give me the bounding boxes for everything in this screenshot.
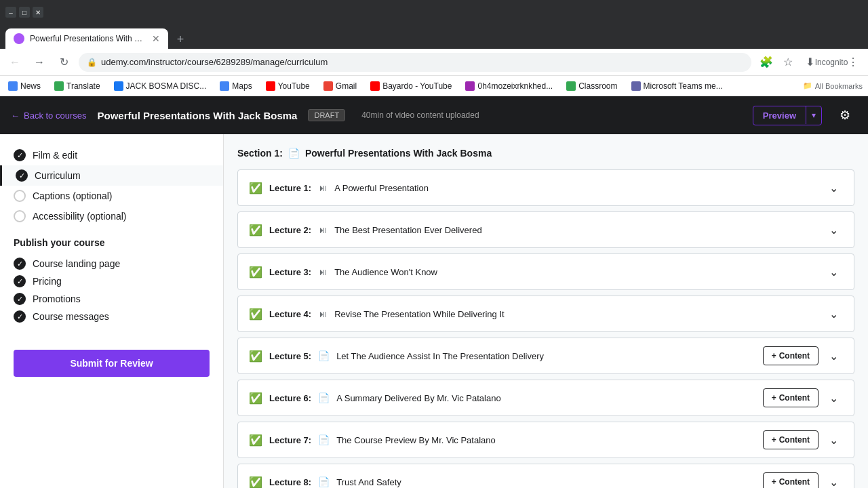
address-bar[interactable]: 🔒 udemy.com/instructor/course/6289289/ma… <box>79 53 751 72</box>
publish-section: Publish your course ✓ Course landing pag… <box>0 226 223 336</box>
publish-item-messages[interactable]: ✓ Course messages <box>14 308 210 325</box>
content-btn-label: Content <box>779 477 810 487</box>
bookmark-bayardo[interactable]: Bayardo - YouTube <box>368 80 454 92</box>
maximize-button[interactable]: □ <box>19 7 30 18</box>
lecture-item-7: ✅ Lecture 7: 📄 The Course Preview By Mr.… <box>237 422 854 458</box>
expand-button[interactable]: ⌄ <box>824 346 843 365</box>
lecture-title: The Course Preview By Mr. Vic Patalano <box>336 435 756 445</box>
preview-button[interactable]: Preview ▾ <box>753 106 822 125</box>
lecture-item-5: ✅ Lecture 5: 📄 Let The Audience Assist I… <box>237 338 854 374</box>
expand-button[interactable]: ⌄ <box>824 220 843 239</box>
section-title: Powerful Presentations With Jack Bosma <box>305 148 492 159</box>
back-to-courses-label: Back to courses <box>24 110 87 121</box>
back-to-courses-link[interactable]: ← Back to courses <box>11 110 87 121</box>
publish-item-promotions[interactable]: ✓ Promotions <box>14 290 210 308</box>
video-icon: ⏯ <box>318 182 328 193</box>
lecture-title: Let The Audience Assist In The Presentat… <box>336 351 756 361</box>
bookmark-label: Translate <box>66 81 100 91</box>
lecture-check-icon: ✅ <box>249 224 262 237</box>
radio-icon <box>14 210 26 222</box>
lecture-title: The Audience Won't Know <box>334 267 817 277</box>
lecture-check-icon: ✅ <box>249 476 262 489</box>
bookmark-label: 0h4mozeixrknkhed... <box>477 81 553 91</box>
lock-icon: 🔒 <box>87 58 97 67</box>
content-area: Section 1: 📄 Powerful Presentations With… <box>224 134 868 488</box>
bookmark-maps[interactable]: Maps <box>217 80 254 92</box>
sidebar-item-captions[interactable]: Captions (optional) <box>0 186 223 206</box>
settings-button[interactable]: ⚙ <box>833 103 857 127</box>
bookmark-gmail[interactable]: Gmail <box>321 80 359 92</box>
add-content-button[interactable]: + Content <box>763 388 818 407</box>
lecture-check-icon: ✅ <box>249 308 262 321</box>
video-icon: ⏯ <box>318 266 328 277</box>
tab-title: Powerful Presentations With Ja... <box>30 34 146 43</box>
app-header: ← Back to courses Powerful Presentations… <box>0 96 868 134</box>
new-tab-button[interactable]: + <box>171 30 190 49</box>
plus-icon: + <box>772 351 776 361</box>
lecture-item-3: ✅ Lecture 3: ⏯ The Audience Won't Know ⌄ <box>237 253 854 290</box>
bookmarks-bar: News Translate JACK BOSMA DISC... Maps Y… <box>0 76 868 96</box>
tab-close-button[interactable]: ✕ <box>152 33 160 44</box>
bookmark-oh4[interactable]: 0h4mozeixrknkhed... <box>462 80 555 92</box>
sidebar-item-accessibility[interactable]: Accessibility (optional) <box>0 206 223 226</box>
bookmark-youtube[interactable]: YouTube <box>263 80 313 92</box>
bookmark-favicon <box>54 81 64 91</box>
minimize-button[interactable]: – <box>5 7 16 18</box>
add-content-button[interactable]: + Content <box>763 346 818 365</box>
bookmark-button[interactable]: ☆ <box>778 53 797 72</box>
expand-button[interactable]: ⌄ <box>824 262 843 281</box>
expand-button[interactable]: ⌄ <box>824 430 843 449</box>
sidebar-item-curriculum[interactable]: ✓ Curriculum <box>0 165 223 186</box>
check-icon: ✓ <box>14 293 26 305</box>
expand-button[interactable]: ⌄ <box>824 472 843 488</box>
active-tab[interactable]: Powerful Presentations With Ja... ✕ <box>5 28 168 49</box>
expand-button[interactable]: ⌄ <box>824 178 843 197</box>
preview-main-button[interactable]: Preview <box>753 106 806 125</box>
submit-for-review-button[interactable]: Submit for Review <box>14 350 210 377</box>
all-bookmarks-button[interactable]: 📁 All Bookmarks <box>803 81 863 90</box>
extensions-button[interactable]: 🧩 <box>757 53 776 72</box>
publish-item-label: Course landing page <box>33 258 120 269</box>
sidebar-item-film-edit[interactable]: ✓ Film & edit <box>0 145 223 165</box>
expand-button[interactable]: ⌄ <box>824 304 843 323</box>
back-button[interactable]: ← <box>5 53 24 72</box>
bookmark-translate[interactable]: Translate <box>52 80 103 92</box>
window-controls[interactable]: – □ ✕ <box>5 7 43 18</box>
back-arrow-icon: ← <box>11 110 20 121</box>
publish-item-landing[interactable]: ✓ Course landing page <box>14 255 210 272</box>
forward-button[interactable]: → <box>30 53 49 72</box>
bookmark-news[interactable]: News <box>5 80 43 92</box>
bookmark-favicon <box>220 81 229 91</box>
publish-item-pricing[interactable]: ✓ Pricing <box>14 272 210 290</box>
bookmark-jack[interactable]: JACK BOSMA DISC... <box>111 80 210 92</box>
bookmark-classroom[interactable]: Classroom <box>564 80 620 92</box>
lecture-title: Revise The Presentation While Delivering… <box>334 309 817 319</box>
check-icon: ✓ <box>16 169 28 182</box>
bookmark-teams[interactable]: Microsoft Teams me... <box>629 80 726 92</box>
expand-button[interactable]: ⌄ <box>824 388 843 407</box>
bookmark-label: Microsoft Teams me... <box>644 81 723 91</box>
upload-info: 40min of video content uploaded <box>361 110 479 120</box>
bookmark-favicon <box>266 81 275 91</box>
plus-icon: + <box>772 477 776 487</box>
close-button[interactable]: ✕ <box>33 7 43 18</box>
preview-caret-button[interactable]: ▾ <box>806 106 821 124</box>
tab-favicon <box>14 33 24 44</box>
lecture-label: Lecture 2: <box>269 225 311 235</box>
video-icon: ⏯ <box>318 224 328 235</box>
add-content-button[interactable]: + Content <box>763 472 818 488</box>
radio-icon <box>14 190 26 202</box>
add-content-button[interactable]: + Content <box>763 430 818 449</box>
lecture-label: Lecture 4: <box>269 309 311 319</box>
sidebar-item-label: Accessibility (optional) <box>33 211 127 222</box>
refresh-button[interactable]: ↻ <box>54 53 73 72</box>
bookmark-favicon <box>465 81 475 91</box>
content-btn-label: Content <box>779 351 810 361</box>
lecture-label: Lecture 8: <box>269 477 311 487</box>
menu-button[interactable]: ⋮ <box>844 53 863 72</box>
plus-icon: + <box>772 435 776 445</box>
check-icon: ✓ <box>14 149 26 161</box>
bookmark-label: Maps <box>232 81 252 91</box>
lecture-item-4: ✅ Lecture 4: ⏯ Revise The Presentation W… <box>237 296 854 332</box>
section-doc-icon: 📄 <box>288 148 300 159</box>
